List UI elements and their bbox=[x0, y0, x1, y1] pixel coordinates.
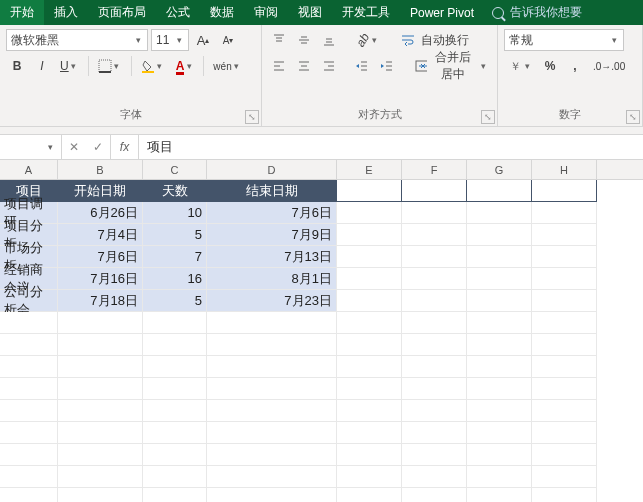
cell[interactable] bbox=[532, 334, 597, 356]
cell[interactable] bbox=[0, 356, 58, 378]
cell[interactable] bbox=[402, 224, 467, 246]
col-header[interactable]: D bbox=[207, 160, 337, 179]
cell[interactable] bbox=[58, 466, 143, 488]
italic-button[interactable]: I bbox=[31, 55, 53, 77]
cancel-formula-button[interactable]: ✕ bbox=[62, 140, 86, 154]
font-color-button[interactable]: A ▾ bbox=[172, 55, 199, 77]
cell[interactable] bbox=[467, 400, 532, 422]
cell[interactable] bbox=[337, 488, 402, 502]
cell[interactable] bbox=[532, 356, 597, 378]
cell[interactable] bbox=[467, 334, 532, 356]
cell[interactable] bbox=[207, 466, 337, 488]
border-button[interactable]: ▾ bbox=[94, 55, 126, 77]
cell[interactable] bbox=[58, 378, 143, 400]
tab-formulas[interactable]: 公式 bbox=[156, 0, 200, 25]
orientation-button[interactable]: ab▾ bbox=[352, 29, 383, 51]
cell[interactable] bbox=[0, 422, 58, 444]
accounting-format-button[interactable]: ￥▾ bbox=[504, 55, 536, 77]
cell[interactable] bbox=[337, 400, 402, 422]
cell[interactable] bbox=[402, 268, 467, 290]
cell[interactable]: 7月9日 bbox=[207, 224, 337, 246]
col-header[interactable]: A bbox=[0, 160, 58, 179]
cell[interactable] bbox=[207, 378, 337, 400]
cell[interactable] bbox=[58, 444, 143, 466]
cell[interactable] bbox=[0, 378, 58, 400]
cell[interactable] bbox=[337, 444, 402, 466]
cell[interactable] bbox=[58, 334, 143, 356]
cell[interactable] bbox=[58, 400, 143, 422]
cell[interactable]: 10 bbox=[143, 202, 207, 224]
tab-view[interactable]: 视图 bbox=[288, 0, 332, 25]
cell[interactable]: 5 bbox=[143, 290, 207, 312]
alignment-dialog-launcher[interactable]: ⤡ bbox=[481, 110, 495, 124]
cell[interactable] bbox=[143, 488, 207, 502]
cell[interactable] bbox=[58, 488, 143, 502]
cell[interactable]: 开始日期 bbox=[58, 180, 143, 202]
tab-data[interactable]: 数据 bbox=[200, 0, 244, 25]
cell[interactable] bbox=[532, 268, 597, 290]
cell[interactable] bbox=[337, 246, 402, 268]
tab-review[interactable]: 审阅 bbox=[244, 0, 288, 25]
tell-me-search[interactable]: 告诉我你想要 bbox=[484, 0, 643, 25]
cell[interactable] bbox=[467, 202, 532, 224]
cell[interactable] bbox=[0, 444, 58, 466]
cell[interactable] bbox=[337, 312, 402, 334]
comma-button[interactable]: , bbox=[564, 55, 586, 77]
cell[interactable] bbox=[402, 378, 467, 400]
cell[interactable]: 6月26日 bbox=[58, 202, 143, 224]
font-dialog-launcher[interactable]: ⤡ bbox=[245, 110, 259, 124]
align-top-button[interactable] bbox=[268, 29, 290, 51]
cell[interactable] bbox=[337, 202, 402, 224]
align-middle-button[interactable] bbox=[293, 29, 315, 51]
cell[interactable] bbox=[0, 488, 58, 502]
cell[interactable] bbox=[467, 180, 532, 202]
cell[interactable] bbox=[467, 356, 532, 378]
cell[interactable] bbox=[402, 400, 467, 422]
name-box-input[interactable] bbox=[6, 140, 47, 154]
cell[interactable] bbox=[207, 334, 337, 356]
cell[interactable] bbox=[532, 378, 597, 400]
cell[interactable] bbox=[402, 202, 467, 224]
cell[interactable] bbox=[532, 400, 597, 422]
cell[interactable]: 天数 bbox=[143, 180, 207, 202]
cell[interactable] bbox=[532, 290, 597, 312]
cell[interactable] bbox=[143, 444, 207, 466]
font-size-combo[interactable]: 11 ▾ bbox=[151, 29, 189, 51]
cell[interactable]: 5 bbox=[143, 224, 207, 246]
cell[interactable]: 16 bbox=[143, 268, 207, 290]
cell[interactable]: 结束日期 bbox=[207, 180, 337, 202]
underline-button[interactable]: U▾ bbox=[56, 55, 83, 77]
increase-indent-button[interactable] bbox=[376, 55, 398, 77]
cell[interactable] bbox=[337, 224, 402, 246]
cell[interactable] bbox=[143, 422, 207, 444]
cell[interactable] bbox=[143, 378, 207, 400]
decrease-indent-button[interactable] bbox=[351, 55, 373, 77]
enter-formula-button[interactable]: ✓ bbox=[86, 140, 110, 154]
cell[interactable] bbox=[337, 180, 402, 202]
cell[interactable] bbox=[337, 268, 402, 290]
cell[interactable] bbox=[467, 290, 532, 312]
cell[interactable] bbox=[207, 356, 337, 378]
wrap-text-button[interactable]: 自动换行 bbox=[397, 29, 481, 51]
cell[interactable] bbox=[532, 422, 597, 444]
phonetic-button[interactable]: wén ▾ bbox=[209, 55, 245, 77]
cell[interactable]: 7月18日 bbox=[58, 290, 143, 312]
col-header[interactable]: C bbox=[143, 160, 207, 179]
cell[interactable] bbox=[0, 334, 58, 356]
cell[interactable] bbox=[532, 224, 597, 246]
cell[interactable] bbox=[402, 246, 467, 268]
number-format-combo[interactable]: 常规 ▾ bbox=[504, 29, 624, 51]
cell[interactable] bbox=[207, 488, 337, 502]
col-header[interactable]: F bbox=[402, 160, 467, 179]
fill-color-button[interactable]: ▾ bbox=[137, 55, 169, 77]
cell[interactable] bbox=[402, 312, 467, 334]
cell[interactable] bbox=[207, 444, 337, 466]
cell[interactable] bbox=[207, 312, 337, 334]
increase-decimal-button[interactable]: .0→.00 bbox=[589, 55, 629, 77]
cell[interactable] bbox=[0, 312, 58, 334]
align-center-button[interactable] bbox=[293, 55, 315, 77]
cell[interactable] bbox=[532, 202, 597, 224]
cell[interactable]: 7月13日 bbox=[207, 246, 337, 268]
align-left-button[interactable] bbox=[268, 55, 290, 77]
name-box[interactable]: ▾ bbox=[0, 135, 62, 159]
